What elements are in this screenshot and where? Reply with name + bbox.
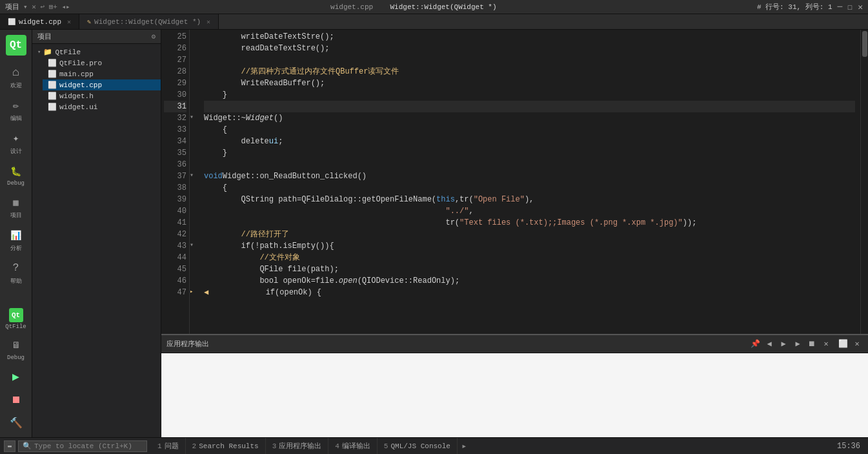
code-line-41: tr("Text files (*.txt);;Images (*.png *.…: [204, 217, 855, 229]
code-line-43: if(!path.isEmpty()){: [204, 240, 855, 252]
tab-icon-pencil: ✎: [87, 18, 91, 26]
bottom-panel-toggle[interactable]: ▬: [4, 440, 15, 452]
tree-item-main-cpp[interactable]: ⬜ main.cpp: [43, 68, 161, 79]
sidebar-item-hammer[interactable]: 🔨: [2, 411, 30, 435]
output-close[interactable]: ✕: [851, 338, 863, 350]
fold-27: [190, 53, 199, 65]
hammer-icon: 🔨: [8, 415, 24, 431]
code-line-40: "../",: [204, 205, 855, 217]
bottom-tabs: 1 问题 2 Search Results 3 应用程序输出 4 编译输出 5 …: [151, 438, 458, 454]
debug2-icon: 🖥: [8, 338, 24, 353]
title-bar-menu-icons: ▾ ✕ ↩ ⊞+ ◂▸: [23, 3, 70, 11]
tree-item-widget-ui[interactable]: ⬜ widget.ui: [43, 101, 161, 112]
output-btn-play[interactable]: ▶: [792, 338, 803, 350]
bottom-tab-issues[interactable]: 1 问题: [151, 438, 186, 454]
panel-toolbar[interactable]: ⚙: [151, 32, 156, 41]
editor-scrollbar[interactable]: [860, 30, 868, 334]
output-title: 应用程序输出: [167, 339, 747, 349]
tree-item-widget-h[interactable]: ⬜ widget.h: [43, 90, 161, 101]
fold-37[interactable]: ▾: [190, 169, 199, 181]
tab-close-widget-cpp[interactable]: ✕: [67, 18, 71, 26]
ln-30: 30: [164, 89, 187, 101]
panel-title: 项目: [37, 32, 52, 41]
bottom-tab-label-app-output: 应用程序输出: [279, 441, 321, 451]
line-numbers: 25 26 27 28 29 30 31 32 33 34 35 36 37 3…: [161, 30, 190, 334]
tab-widget-cpp[interactable]: ⬜ widget.cpp ✕: [0, 14, 79, 29]
bottom-tab-bar: ▬ 🔍 Type to locate (Ctrl+K) 1 问题 2 Searc…: [0, 437, 868, 454]
output-btn-pin[interactable]: 📌: [749, 338, 761, 350]
bottom-tab-label-search: Search Results: [199, 442, 258, 450]
sidebar-item-help[interactable]: ? 帮助: [2, 256, 30, 289]
code-line-26: readDateTextStre();: [204, 43, 855, 54]
ln-46: 46: [164, 275, 187, 287]
ln-39: 39: [164, 194, 187, 205]
fold-43[interactable]: ▾: [190, 239, 199, 251]
tab-close-constructor[interactable]: ✕: [207, 18, 210, 26]
main-cpp-icon: ⬜: [48, 70, 57, 78]
sidebar-item-run[interactable]: ▶: [2, 365, 30, 388]
search-box[interactable]: 🔍 Type to locate (Ctrl+K): [18, 440, 147, 452]
sidebar-item-debug2[interactable]: 🖥 Debug: [2, 334, 30, 365]
tree-root[interactable]: ▾ 📁 QtFile: [32, 46, 161, 57]
sidebar-item-build-stop[interactable]: ⏹: [2, 388, 30, 411]
tab-widget-constructor[interactable]: ✎ Widget::Widget(QWidget *) ✕: [79, 14, 219, 29]
ln-32: 32: [164, 112, 187, 124]
tab-icon-cpp: ⬜: [8, 18, 15, 26]
code-line-30: }: [204, 89, 855, 101]
sidebar-bottom: Qt QtFile 🖥 Debug ▶ ⏹ 🔨: [2, 304, 30, 435]
code-line-28: //第四种方式通过内存文件QBuffer读写文件: [204, 66, 855, 77]
code-line-25: writeDateTextStre();: [204, 31, 855, 43]
fold-44: [190, 251, 199, 262]
sidebar-item-qtfile[interactable]: Qt QtFile: [2, 304, 30, 334]
bottom-tab-app-output[interactable]: 3 应用程序输出: [266, 438, 329, 454]
tree-item-widget-cpp[interactable]: ⬜ widget.cpp: [43, 79, 161, 90]
bottom-tab-label-qml-console: QML/JS Console: [390, 442, 450, 450]
code-line-39: QString path=QFileDialog::getOpenFileNam…: [204, 194, 855, 205]
design-icon: ✦: [8, 130, 24, 146]
fold-28: [190, 65, 199, 76]
ln-38: 38: [164, 182, 187, 194]
win-minimize[interactable]: ─: [838, 2, 843, 12]
code-area: 25 26 27 28 29 30 31 32 33 34 35 36 37 3…: [161, 30, 868, 437]
tree-item-pro[interactable]: ⬜ QtFile.pro: [43, 57, 161, 68]
tab-label-widget-cpp: widget.cpp: [19, 18, 61, 26]
code-line-38: {: [204, 182, 855, 194]
fold-42: [190, 227, 199, 239]
file-name-main-cpp: main.cpp: [59, 70, 94, 78]
output-btn-stop[interactable]: ⏹: [806, 338, 818, 350]
sidebar-item-project[interactable]: ▦ 项目: [2, 191, 30, 223]
panel-toggle-icon: ▬: [8, 442, 12, 449]
sidebar-item-edit[interactable]: ✏ 编辑: [2, 94, 30, 127]
fold-47[interactable]: ▸: [190, 285, 199, 297]
bottom-tab-qml-console[interactable]: 5 QML/JS Console: [378, 438, 458, 454]
fold-46: [190, 274, 199, 285]
code-line-35: }: [204, 147, 855, 159]
bottom-tab-more[interactable]: ▸: [458, 438, 470, 454]
ln-47: 47: [164, 287, 187, 298]
output-btn-maximize[interactable]: ⬜: [837, 338, 849, 350]
fold-29: [190, 76, 199, 88]
output-btn-next[interactable]: ▶: [778, 338, 789, 350]
file-name-pro: QtFile.pro: [59, 59, 102, 67]
fold-26: [190, 41, 199, 53]
ln-27: 27: [164, 54, 187, 66]
widget-h-icon: ⬜: [48, 92, 57, 100]
code-line-45: QFile file(path);: [204, 263, 855, 275]
bottom-tab-compile-output[interactable]: 4 编译输出: [328, 438, 378, 454]
bottom-tab-search[interactable]: 2 Search Results: [186, 438, 266, 454]
output-btn-close-panel[interactable]: ✕: [820, 338, 832, 350]
sidebar-item-welcome[interactable]: ⌂ 欢迎: [2, 61, 30, 94]
widget-ui-icon: ⬜: [48, 103, 57, 111]
fold-column: ▾ ▾ ▾ ▸: [190, 30, 199, 334]
sidebar-item-analyze[interactable]: 📊 分析: [2, 223, 30, 256]
sidebar-item-debug[interactable]: 🐛 Debug: [2, 160, 30, 191]
scrollbar-thumb[interactable]: [862, 31, 867, 57]
fold-34: [190, 134, 199, 146]
sidebar-item-design[interactable]: ✦ 设计: [2, 127, 30, 160]
fold-32[interactable]: ▾: [190, 111, 199, 123]
qt-logo[interactable]: Qt: [6, 35, 26, 56]
win-close[interactable]: ✕: [858, 2, 863, 12]
win-maximize[interactable]: ☐: [847, 2, 853, 12]
output-btn-prev[interactable]: ◀: [763, 338, 775, 350]
code-content[interactable]: writeDateTextStre(); readDateTextStre();…: [199, 30, 860, 334]
